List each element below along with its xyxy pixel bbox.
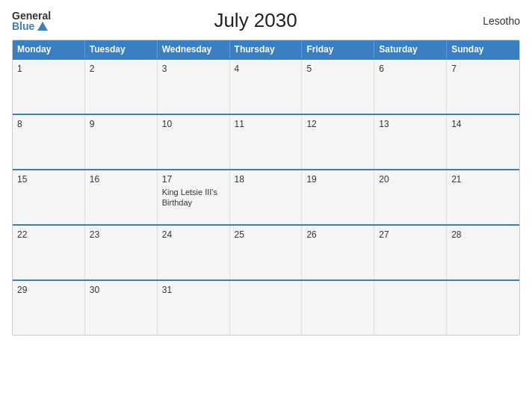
calendar-week-3: 151617King Letsie III's Birthday18192021 (13, 169, 519, 224)
day-number: 27 (379, 229, 442, 240)
day-number: 4 (235, 64, 297, 74)
header-wednesday: Wednesday (158, 40, 230, 58)
calendar-grid: Monday Tuesday Wednesday Thursday Friday… (12, 40, 520, 336)
day-number: 23 (90, 229, 152, 240)
cal-cell: 3 (158, 60, 230, 114)
cal-cell: 25 (230, 226, 303, 279)
day-number: 22 (17, 229, 80, 240)
day-number: 6 (379, 64, 442, 74)
logo-general-text: General (12, 10, 51, 21)
day-number: 24 (162, 229, 225, 240)
day-number: 9 (90, 119, 152, 129)
cal-cell: 22 (13, 226, 85, 279)
day-number: 29 (17, 285, 80, 295)
day-number: 12 (306, 119, 369, 129)
calendar-title: July 2030 (51, 9, 460, 32)
header-friday: Friday (302, 40, 374, 58)
day-number: 16 (90, 174, 152, 185)
day-number: 18 (235, 174, 297, 185)
cal-cell (230, 281, 303, 335)
header-tuesday: Tuesday (85, 40, 158, 58)
cal-cell (302, 281, 374, 335)
cal-cell: 7 (447, 60, 519, 114)
cal-cell: 28 (447, 226, 519, 279)
cal-cell: 2 (85, 60, 158, 114)
cal-cell: 30 (85, 281, 158, 335)
cal-cell: 15 (13, 170, 85, 224)
cal-cell: 6 (374, 60, 447, 114)
header-sunday: Sunday (447, 40, 519, 58)
cal-cell: 18 (230, 170, 303, 224)
day-number: 2 (90, 64, 152, 74)
day-number: 31 (162, 285, 225, 295)
header-thursday: Thursday (230, 40, 303, 58)
calendar-week-2: 891011121314 (13, 114, 519, 169)
header: General Blue July 2030 Lesotho (12, 9, 520, 32)
day-number: 17 (162, 174, 225, 185)
cal-cell: 5 (302, 60, 374, 114)
day-number: 5 (306, 64, 369, 74)
calendar-header-row: Monday Tuesday Wednesday Thursday Friday… (13, 40, 519, 58)
cal-cell: 11 (230, 115, 303, 169)
day-number: 3 (162, 64, 225, 74)
cal-cell: 26 (302, 226, 374, 279)
day-number: 30 (90, 285, 152, 295)
cal-cell: 29 (13, 281, 85, 335)
day-number: 10 (162, 119, 225, 129)
cal-cell: 23 (85, 226, 158, 279)
cal-cell: 13 (374, 115, 447, 169)
day-number: 25 (235, 229, 297, 240)
cal-cell: 19 (302, 170, 374, 224)
cal-cell: 4 (230, 60, 303, 114)
event-label: King Letsie III's Birthday (162, 187, 225, 208)
header-saturday: Saturday (374, 40, 447, 58)
cal-cell: 12 (302, 115, 374, 169)
calendar-page: General Blue July 2030 Lesotho Monday Tu… (0, 0, 532, 411)
header-monday: Monday (13, 40, 85, 58)
day-number: 8 (17, 119, 80, 129)
cal-cell: 21 (447, 170, 519, 224)
cal-cell: 24 (158, 226, 230, 279)
calendar-body: 1234567891011121314151617King Letsie III… (13, 58, 519, 335)
cal-cell: 1 (13, 60, 85, 114)
cal-cell (374, 281, 447, 335)
logo: General Blue (12, 10, 51, 31)
calendar-week-4: 22232425262728 (13, 224, 519, 279)
day-number: 7 (451, 64, 515, 74)
calendar-week-5: 293031 (13, 279, 519, 335)
day-number: 21 (451, 174, 515, 185)
day-number: 28 (451, 229, 515, 240)
cal-cell: 10 (158, 115, 230, 169)
day-number: 19 (306, 174, 369, 185)
cal-cell (447, 281, 519, 335)
cal-cell: 16 (85, 170, 158, 224)
country-label: Lesotho (460, 15, 520, 27)
day-number: 15 (17, 174, 80, 185)
cal-cell: 8 (13, 115, 85, 169)
day-number: 14 (451, 119, 515, 129)
day-number: 1 (17, 64, 80, 74)
cal-cell: 27 (374, 226, 447, 279)
cal-cell: 14 (447, 115, 519, 169)
day-number: 20 (379, 174, 442, 185)
cal-cell: 17King Letsie III's Birthday (158, 170, 230, 224)
cal-cell: 9 (85, 115, 158, 169)
cal-cell: 31 (158, 281, 230, 335)
cal-cell: 20 (374, 170, 447, 224)
logo-blue-text: Blue (12, 21, 48, 31)
logo-triangle-icon (37, 22, 48, 31)
day-number: 11 (235, 119, 297, 129)
day-number: 13 (379, 119, 442, 129)
day-number: 26 (306, 229, 369, 240)
calendar-week-1: 1234567 (13, 58, 519, 114)
